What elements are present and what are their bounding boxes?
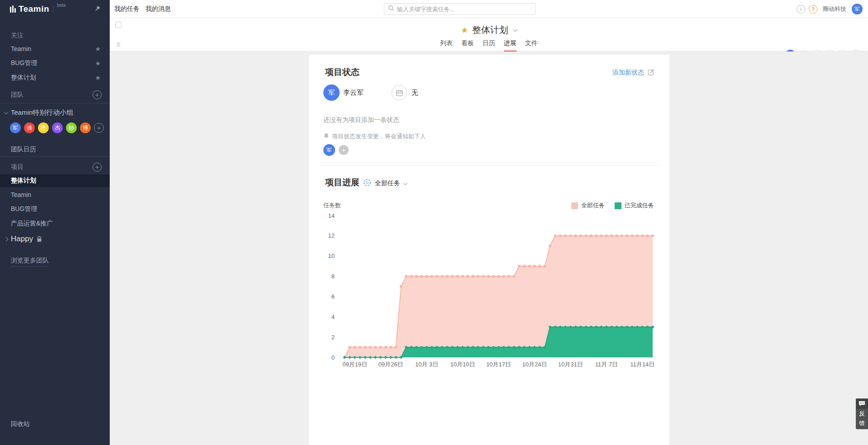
search-box[interactable] [384, 3, 536, 15]
member-avatar[interactable]: 民 [38, 122, 49, 133]
data-point[interactable] [497, 275, 500, 278]
data-point[interactable] [477, 275, 480, 278]
org-name[interactable]: 圈动科技 [823, 5, 846, 13]
data-point[interactable] [487, 275, 490, 278]
data-point[interactable] [436, 275, 439, 278]
data-point[interactable] [430, 275, 433, 278]
data-point[interactable] [389, 346, 392, 348]
tab-文件[interactable]: 文件 [525, 39, 538, 52]
data-point[interactable] [554, 234, 556, 237]
data-point[interactable] [364, 346, 366, 348]
data-point[interactable] [579, 234, 582, 237]
data-point[interactable] [425, 275, 428, 278]
data-point[interactable] [625, 234, 628, 237]
data-point[interactable] [384, 346, 387, 348]
tab-看板[interactable]: 看板 [462, 39, 474, 52]
tab-日历[interactable]: 日历 [483, 39, 495, 52]
due-date-button[interactable] [392, 85, 407, 100]
search-input[interactable] [397, 6, 532, 13]
member-avatar[interactable]: 博 [80, 122, 91, 133]
data-point[interactable] [584, 234, 587, 237]
data-point[interactable] [441, 275, 443, 278]
star-icon[interactable]: ★ [95, 45, 101, 52]
data-point[interactable] [646, 234, 649, 237]
info-icon[interactable]: i [797, 5, 805, 14]
data-point[interactable] [502, 275, 505, 278]
data-point[interactable] [538, 265, 541, 267]
data-point[interactable] [569, 234, 572, 237]
member-avatar[interactable]: 杰 [52, 122, 63, 133]
my-messages-link[interactable]: 我的消息 [145, 5, 171, 13]
data-point[interactable] [400, 285, 402, 288]
data-point[interactable] [600, 234, 602, 237]
add-member-button[interactable]: + [94, 123, 104, 133]
collapse-up-icon[interactable] [115, 41, 122, 50]
data-point[interactable] [605, 234, 608, 237]
data-point[interactable] [528, 265, 531, 267]
data-point[interactable] [518, 265, 520, 267]
data-point[interactable] [446, 275, 448, 278]
sidebar-item-favorite[interactable]: Teamin★ [0, 42, 110, 56]
add-notify-person-button[interactable]: + [339, 145, 349, 155]
member-avatar[interactable]: 陟 [66, 122, 77, 133]
sidebar-item-project[interactable]: BUG管理 [0, 202, 110, 216]
favorite-star-icon[interactable]: ★ [461, 26, 468, 35]
data-point[interactable] [456, 275, 459, 278]
data-point[interactable] [533, 265, 536, 267]
sidebar-item-favorite[interactable]: BUG管理★ [0, 56, 110, 70]
star-icon[interactable]: ★ [95, 60, 101, 67]
chevron-right-icon[interactable] [4, 237, 9, 241]
task-filter-dropdown[interactable]: 全部任务 [363, 178, 407, 188]
data-point[interactable] [543, 265, 546, 267]
user-avatar[interactable]: 军 [852, 4, 863, 14]
sidebar-item-project[interactable]: Teamin [0, 187, 110, 202]
star-icon[interactable]: ★ [95, 74, 101, 81]
browse-more-teams-link[interactable]: 浏览更多团队 [11, 257, 49, 267]
data-point[interactable] [451, 275, 454, 278]
data-point[interactable] [616, 234, 618, 237]
sidebar-item-recycle-bin[interactable]: 回收站 [11, 420, 30, 428]
member-avatar[interactable]: 军 [10, 122, 21, 133]
data-point[interactable] [405, 275, 407, 278]
data-point[interactable] [641, 234, 644, 237]
data-point[interactable] [513, 275, 515, 278]
pin-icon[interactable] [93, 5, 101, 14]
screenshot-icon[interactable] [115, 22, 121, 28]
sidebar-item-project[interactable]: Happy [0, 230, 110, 248]
feedback-tab[interactable]: 反馈 [856, 398, 868, 429]
data-point[interactable] [467, 275, 469, 278]
owner-avatar[interactable]: 军 [323, 84, 340, 101]
data-point[interactable] [395, 346, 397, 348]
sidebar-item-team-calendar[interactable]: 团队日历 [11, 145, 36, 154]
data-point[interactable] [564, 234, 567, 237]
data-point[interactable] [410, 275, 413, 278]
data-point[interactable] [631, 234, 634, 237]
my-tasks-link[interactable]: 我的任务 [114, 5, 140, 13]
data-point[interactable] [369, 346, 372, 348]
data-point[interactable] [359, 346, 361, 348]
add-team-button[interactable]: + [93, 90, 102, 99]
data-point[interactable] [523, 265, 526, 267]
data-point[interactable] [590, 234, 593, 237]
data-point[interactable] [420, 275, 423, 278]
data-point[interactable] [595, 234, 597, 237]
data-point[interactable] [610, 234, 613, 237]
chevron-down-icon[interactable] [513, 27, 518, 32]
data-point[interactable] [348, 346, 351, 348]
data-point[interactable] [636, 234, 639, 237]
data-point[interactable] [621, 234, 623, 237]
data-point[interactable] [415, 275, 418, 278]
team-group[interactable]: Teamin特别行动小组 [5, 108, 73, 117]
data-point[interactable] [461, 275, 464, 278]
tab-进展[interactable]: 进展 [504, 39, 517, 52]
data-point[interactable] [508, 275, 510, 278]
data-point[interactable] [559, 234, 561, 237]
tab-列表[interactable]: 列表 [440, 39, 453, 52]
data-point[interactable] [482, 275, 485, 278]
data-point[interactable] [574, 234, 577, 237]
notify-avatar[interactable]: 军 [323, 144, 335, 156]
data-point[interactable] [471, 275, 474, 278]
data-point[interactable] [354, 346, 356, 348]
add-project-button[interactable]: + [93, 163, 102, 172]
data-point[interactable] [651, 234, 654, 237]
